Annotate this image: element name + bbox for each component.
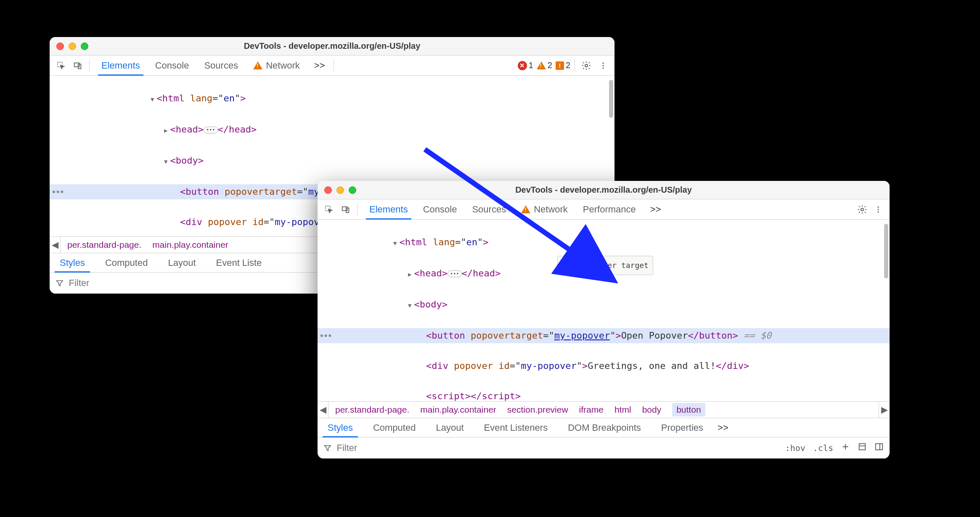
breadcrumb-scroll-left[interactable]: ◀ <box>318 402 328 418</box>
tab-sources[interactable]: Sources <box>196 56 246 75</box>
subtab-computed[interactable]: Computed <box>363 418 426 437</box>
inspect-element-icon[interactable] <box>322 202 336 217</box>
breadcrumb-scroll-right[interactable]: ▶ <box>879 402 890 418</box>
close-icon[interactable] <box>56 42 64 50</box>
tab-elements[interactable]: Elements <box>94 56 148 75</box>
breadcrumb-item[interactable]: per.standard-page. <box>335 405 409 415</box>
toggle-sidebar-icon[interactable] <box>874 442 884 453</box>
subtabs-overflow-button[interactable]: >> <box>713 422 733 433</box>
titlebar[interactable]: DevTools - developer.mozilla.org/en-US/p… <box>318 181 890 199</box>
svg-rect-1 <box>74 63 79 66</box>
tab-console[interactable]: Console <box>148 56 197 75</box>
breadcrumb-item[interactable]: main.play.container <box>420 405 496 415</box>
main-tabs: Elements Console Sources Network Perform… <box>362 199 644 219</box>
breadcrumb-item[interactable]: iframe <box>579 405 604 415</box>
tab-sources[interactable]: Sources <box>464 199 514 219</box>
new-style-rule-icon[interactable] <box>841 442 850 453</box>
scrollbar-thumb[interactable] <box>884 224 888 278</box>
style-tools: :hov .cls <box>785 442 884 453</box>
tab-network[interactable]: Network <box>514 199 575 219</box>
toolbar-divider <box>357 203 358 216</box>
styles-subtabs: Styles Computed Layout Event Listeners D… <box>318 418 890 437</box>
subtab-properties[interactable]: Properties <box>651 418 713 437</box>
warning-triangle-icon <box>521 205 530 213</box>
warning-badge[interactable]: 2 <box>537 61 552 70</box>
inspect-element-icon[interactable] <box>54 58 68 73</box>
tab-network[interactable]: Network <box>246 56 307 75</box>
subtab-dom-breakpoints[interactable]: DOM Breakpoints <box>558 418 651 437</box>
gutter-actions-icon[interactable]: ••• <box>320 328 332 343</box>
filter-icon <box>56 279 64 287</box>
subtab-styles[interactable]: Styles <box>50 253 95 272</box>
traffic-lights <box>56 42 88 50</box>
breadcrumb-item-selected[interactable]: button <box>672 403 705 416</box>
hov-toggle[interactable]: :hov <box>785 443 805 453</box>
elements-tree[interactable]: <html lang="en"> <head>•••</head> <body>… <box>318 220 890 401</box>
breadcrumb-item[interactable]: section.preview <box>507 405 568 415</box>
svg-rect-8 <box>342 207 347 210</box>
svg-point-10 <box>861 208 863 211</box>
filter-field[interactable] <box>336 442 780 454</box>
right-toolbar <box>855 202 885 217</box>
svg-point-3 <box>585 64 588 67</box>
titlebar[interactable]: DevTools - developer.mozilla.org/en-US/p… <box>50 37 614 56</box>
subtab-layout[interactable]: Layout <box>426 418 474 437</box>
tabs-overflow-button[interactable]: >> <box>646 204 665 215</box>
window-title: DevTools - developer.mozilla.org/en-US/p… <box>318 185 890 195</box>
gutter-actions-icon[interactable]: ••• <box>52 184 64 199</box>
tab-elements[interactable]: Elements <box>362 199 416 219</box>
svg-point-11 <box>877 206 879 207</box>
breadcrumb-item[interactable]: main.play.container <box>152 240 228 250</box>
close-icon[interactable] <box>324 186 332 194</box>
error-badge[interactable]: ✕1 <box>518 61 533 70</box>
main-toolbar: Elements Console Sources Network Perform… <box>318 199 890 220</box>
subtab-layout[interactable]: Layout <box>158 253 206 272</box>
zoom-icon[interactable] <box>81 42 88 50</box>
info-badge[interactable]: !2 <box>556 61 570 70</box>
toolbar-divider <box>334 59 334 72</box>
minimize-icon[interactable] <box>336 186 344 194</box>
zoom-icon[interactable] <box>349 186 356 194</box>
console-badges: ✕1 2 !2 <box>518 61 570 70</box>
filter-input[interactable] <box>323 442 780 454</box>
subtab-event-listeners[interactable]: Event Listeners <box>474 418 558 437</box>
more-menu-icon[interactable] <box>871 202 885 217</box>
window-title: DevTools - developer.mozilla.org/en-US/p… <box>50 41 614 51</box>
computed-styles-icon[interactable] <box>858 442 867 453</box>
breadcrumb-item[interactable]: html <box>614 405 631 415</box>
warning-triangle-icon <box>253 61 262 69</box>
svg-rect-14 <box>859 444 866 450</box>
selected-element-row[interactable]: •••<button popovertarget="my-popover">Op… <box>318 328 890 343</box>
more-menu-icon[interactable] <box>596 58 610 73</box>
svg-point-4 <box>602 62 604 64</box>
tab-performance[interactable]: Performance <box>575 199 644 219</box>
svg-point-6 <box>602 67 604 69</box>
breadcrumb-item[interactable]: body <box>642 405 662 415</box>
subtab-computed[interactable]: Computed <box>95 253 158 272</box>
subtab-event-listeners[interactable]: Event Liste <box>206 253 272 272</box>
tab-console[interactable]: Console <box>416 199 465 219</box>
tabs-overflow-button[interactable]: >> <box>310 60 329 71</box>
breadcrumb-scroll-left[interactable]: ◀ <box>50 237 61 253</box>
warning-triangle-icon <box>537 61 546 69</box>
scrollbar-thumb[interactable] <box>609 80 613 118</box>
svg-point-12 <box>877 209 879 210</box>
minimize-icon[interactable] <box>69 42 76 50</box>
styles-filter-row: :hov .cls <box>318 437 890 459</box>
breadcrumb-item[interactable]: per.standard-page. <box>67 240 141 250</box>
settings-gear-icon[interactable] <box>855 202 869 217</box>
settings-gear-icon[interactable] <box>579 58 593 73</box>
popovertarget-link[interactable]: my-popover <box>554 330 610 341</box>
breadcrumbs[interactable]: ◀ per.standard-page. main.play.container… <box>318 401 890 418</box>
scrollbar-track[interactable] <box>884 224 888 397</box>
hover-tooltip: Show popover target <box>557 256 653 275</box>
main-toolbar: Elements Console Sources Network >> ✕1 2… <box>50 56 614 76</box>
device-toolbar-icon[interactable] <box>339 202 353 217</box>
svg-point-5 <box>602 65 604 66</box>
traffic-lights <box>324 186 356 194</box>
svg-point-13 <box>877 211 879 212</box>
devtools-window-right: DevTools - developer.mozilla.org/en-US/p… <box>318 181 890 459</box>
cls-toggle[interactable]: .cls <box>813 443 833 453</box>
subtab-styles[interactable]: Styles <box>318 418 363 437</box>
device-toolbar-icon[interactable] <box>71 58 85 73</box>
